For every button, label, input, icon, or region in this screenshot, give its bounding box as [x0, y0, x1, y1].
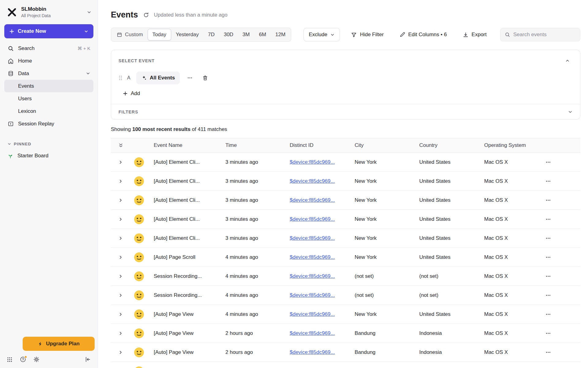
step-more-button[interactable] [185, 73, 195, 83]
event-selector-chip[interactable]: All Events [136, 71, 180, 84]
date-range-30d[interactable]: 30D [219, 29, 238, 40]
row-actions-button[interactable] [544, 196, 553, 205]
sidebar-item-events[interactable]: Events [4, 80, 93, 92]
row-actions-button[interactable] [544, 367, 553, 368]
step-delete-button[interactable] [200, 73, 210, 83]
search-events-input[interactable] [513, 32, 576, 38]
database-icon [7, 71, 14, 77]
hide-filter-button[interactable]: Hide Filter [350, 32, 385, 38]
row-actions-button[interactable] [544, 234, 553, 243]
table-row[interactable]: Session Recording... 4 minutes ago $devi… [111, 286, 580, 305]
distinct-id-link[interactable]: $device:f85dc969... [290, 254, 335, 260]
distinct-id-link[interactable]: $device:f85dc969... [290, 273, 335, 279]
table-row[interactable]: [Auto] Page View 2 hours ago $device:f85… [111, 343, 580, 362]
expand-row-button[interactable] [118, 217, 123, 222]
column-header-os[interactable]: Operating System [478, 142, 530, 148]
expand-row-button[interactable] [118, 350, 123, 355]
row-actions-button[interactable] [544, 348, 553, 357]
column-header-event-name[interactable]: Event Name [148, 142, 219, 148]
expand-row-button[interactable] [118, 274, 123, 279]
distinct-id-link[interactable]: $device:f85dc969... [290, 197, 335, 203]
table-row[interactable]: [Auto] Element Cli... 3 minutes ago $dev… [111, 191, 580, 210]
table-row[interactable]: [Auto] Element Cli... 3 minutes ago $dev… [111, 229, 580, 248]
export-button[interactable]: Export [462, 32, 488, 38]
row-actions-button[interactable] [544, 253, 553, 262]
date-range-12m[interactable]: 12M [271, 29, 290, 40]
row-actions-button[interactable] [544, 215, 553, 224]
row-actions-button[interactable] [544, 291, 553, 300]
row-actions-button[interactable] [544, 177, 553, 186]
distinct-id-cell: $device:f85dc969... [284, 197, 349, 203]
table-row[interactable]: [Auto] Form Submit 2 hours ago $device:f… [111, 362, 580, 368]
workspace-switcher[interactable]: SLMobbin All Project Data [0, 0, 98, 22]
table-row[interactable]: [Auto] Page View 4 minutes ago $device:f… [111, 305, 580, 324]
results-prefix: Showing [111, 126, 131, 132]
date-range-6m[interactable]: 6M [254, 29, 271, 40]
workspace-name: SLMobbin [21, 6, 83, 12]
column-header-city[interactable]: City [349, 142, 413, 148]
row-actions-button[interactable] [544, 158, 553, 167]
sidebar-item-lexicon[interactable]: Lexicon [4, 105, 93, 117]
table-row[interactable]: [Auto] Element Cli... 3 minutes ago $dev… [111, 153, 580, 172]
apps-grid-button[interactable] [7, 357, 13, 362]
expand-row-button[interactable] [118, 312, 123, 317]
collapse-section-button[interactable] [562, 56, 573, 66]
sidebar-nav: Search ⌘ + K Home Data Events [0, 40, 98, 130]
help-button[interactable]: ? [20, 356, 26, 362]
expand-row-button[interactable] [118, 293, 123, 298]
table-row[interactable]: [Auto] Element Cli... 3 minutes ago $dev… [111, 210, 580, 229]
refresh-button[interactable] [143, 12, 149, 18]
country-cell: United States [413, 254, 478, 260]
distinct-id-link[interactable]: $device:f85dc969... [290, 292, 335, 298]
table-row[interactable]: [Auto] Page Scroll 4 minutes ago $device… [111, 248, 580, 267]
distinct-id-link[interactable]: $device:f85dc969... [290, 159, 335, 165]
sidebar-item-starter-board[interactable]: Starter Board [4, 149, 93, 162]
column-header-time[interactable]: Time [219, 142, 284, 148]
column-header-distinct-id[interactable]: Distinct ID [284, 142, 349, 148]
country-cell: United States [413, 235, 478, 241]
expand-row-button[interactable] [118, 160, 123, 165]
distinct-id-link[interactable]: $device:f85dc969... [290, 311, 335, 317]
distinct-id-link[interactable]: $device:f85dc969... [290, 330, 335, 336]
pinned-section-header[interactable]: PINNED [7, 142, 90, 146]
collapse-all-rows-button[interactable] [118, 143, 123, 148]
add-event-button[interactable]: Add [119, 87, 143, 100]
expand-row-button[interactable] [118, 198, 123, 203]
row-actions-button[interactable] [544, 310, 553, 319]
table-row[interactable]: Session Recording... 4 minutes ago $devi… [111, 267, 580, 286]
event-chip-label: All Events [150, 75, 175, 81]
edit-columns-button[interactable]: Edit Columns • 6 [398, 32, 448, 38]
sidebar-item-users[interactable]: Users [4, 92, 93, 105]
date-range-custom[interactable]: Custom [112, 29, 148, 40]
upgrade-plan-button[interactable]: Upgrade Plan [23, 337, 95, 351]
table-row[interactable]: [Auto] Page View 2 hours ago $device:f85… [111, 324, 580, 343]
sidebar-item-search[interactable]: Search ⌘ + K [4, 42, 93, 55]
expand-row-button[interactable] [118, 331, 123, 336]
date-range-yesterday[interactable]: Yesterday [171, 29, 203, 40]
expand-row-button[interactable] [118, 255, 123, 260]
search-events-box [500, 28, 580, 41]
distinct-id-link[interactable]: $device:f85dc969... [290, 235, 335, 241]
distinct-id-link[interactable]: $device:f85dc969... [290, 349, 335, 355]
date-range-3m[interactable]: 3M [238, 29, 254, 40]
row-actions-button[interactable] [544, 329, 553, 338]
distinct-id-link[interactable]: $device:f85dc969... [290, 178, 335, 184]
settings-button[interactable] [33, 356, 40, 362]
collapse-sidebar-button[interactable] [85, 356, 91, 362]
create-new-button[interactable]: Create New [4, 24, 93, 38]
sidebar-item-session-replay[interactable]: Session Replay [4, 117, 93, 130]
table-row[interactable]: [Auto] Element Cli... 3 minutes ago $dev… [111, 172, 580, 191]
expand-row-button[interactable] [118, 236, 123, 241]
filters-section-header[interactable]: FILTERS [111, 104, 580, 119]
sidebar-item-data[interactable]: Data [4, 67, 93, 80]
sidebar-item-home[interactable]: Home [4, 55, 93, 67]
expand-row-button[interactable] [118, 179, 123, 184]
distinct-id-link[interactable]: $device:f85dc969... [290, 216, 335, 222]
drag-handle-icon[interactable] [119, 75, 122, 81]
exclude-dropdown[interactable]: Exclude [303, 28, 340, 41]
date-range-7d[interactable]: 7D [203, 29, 219, 40]
event-name-cell: [Auto] Element Cli... [148, 235, 219, 241]
column-header-country[interactable]: Country [413, 142, 478, 148]
date-range-today[interactable]: Today [148, 29, 171, 40]
row-actions-button[interactable] [544, 272, 553, 281]
